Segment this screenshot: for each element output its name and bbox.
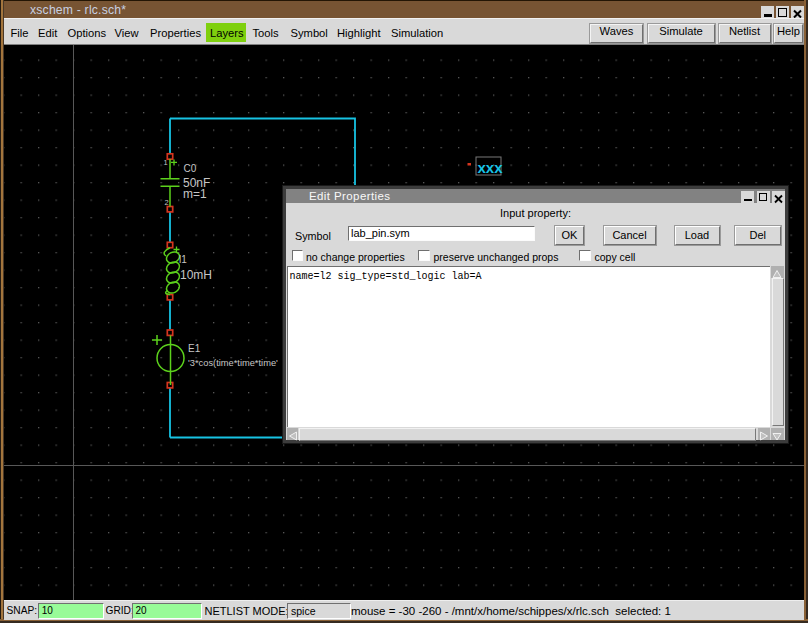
svg-text:2: 2 xyxy=(165,198,169,207)
svg-text:l1: l1 xyxy=(179,254,187,265)
svg-text:10mH: 10mH xyxy=(180,268,212,282)
svg-text:1: 1 xyxy=(164,158,168,167)
svg-text:m=1: m=1 xyxy=(183,187,207,201)
svg-text:xxx: xxx xyxy=(478,159,504,176)
svg-text:E1: E1 xyxy=(188,343,201,354)
svg-text:C0: C0 xyxy=(184,163,197,174)
svg-text:'3*cos(time*time*time': '3*cos(time*time*time' xyxy=(188,358,278,368)
